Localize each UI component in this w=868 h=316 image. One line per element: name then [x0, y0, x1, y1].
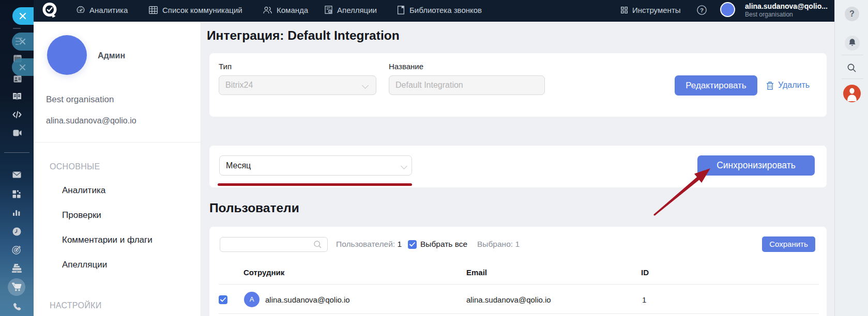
svg-text:?: ?	[700, 7, 704, 13]
